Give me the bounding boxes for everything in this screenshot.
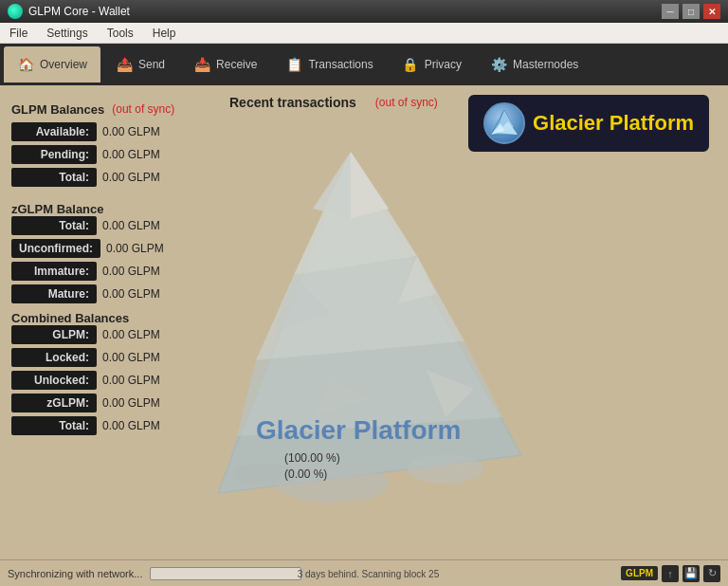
nav-send[interactable]: 📤 Send	[102, 46, 178, 82]
title-bar-left: GLPM Core - Wallet	[8, 4, 130, 19]
glpm-out-of-sync: (out of sync)	[112, 102, 174, 116]
combined-glpm-row: GLPM: 0.00 GLPM	[11, 325, 207, 344]
mature-row: Mature: 0.00 GLPM	[11, 284, 207, 303]
mature-label: Mature:	[11, 284, 97, 303]
nav-overview[interactable]: 🏠 Overview	[4, 46, 100, 82]
upload-icon[interactable]: ↑	[662, 565, 679, 582]
menu-help[interactable]: Help	[149, 25, 180, 42]
glpm-badge: GLPM	[621, 566, 658, 580]
app-icon	[8, 4, 23, 19]
recent-out-of-sync: (out of sync)	[375, 96, 438, 109]
refresh-icon[interactable]: ↻	[703, 565, 720, 582]
privacy-icon: 🔒	[402, 56, 419, 73]
zglpm-total-value: 0.00 GLPM	[102, 219, 160, 232]
combined-zglpm-row: zGLPM: 0.00 GLPM	[11, 394, 207, 412]
nav-privacy-label: Privacy	[425, 58, 462, 71]
glpm-balances-header: GLPM Balances	[11, 102, 104, 117]
available-value: 0.00 GLPM	[102, 125, 160, 138]
left-panel: GLPM Balances (out of sync) Available: 0…	[0, 85, 218, 559]
nav-send-label: Send	[138, 58, 165, 71]
immature-label: Immature:	[11, 262, 97, 281]
nav-transactions[interactable]: 📋 Transactions	[272, 46, 386, 82]
nav-receive-label: Receive	[216, 58, 257, 71]
right-panel: Recent transactions (out of sync)	[218, 85, 728, 559]
overview-icon: 🏠	[17, 56, 34, 73]
combined-total-value: 0.00 GLPM	[102, 419, 160, 432]
combined-zglpm-label: zGLPM:	[11, 394, 97, 412]
glacier-logo-icon	[483, 102, 525, 144]
combined-glpm-label: GLPM:	[11, 325, 97, 344]
status-right: GLPM ↑ 💾 ↻	[621, 565, 720, 582]
mature-value: 0.00 GLPM	[102, 287, 160, 301]
unlocked-label: Unlocked:	[11, 371, 97, 390]
nav-transactions-label: Transactions	[308, 58, 373, 71]
receive-icon: 📥	[193, 56, 210, 73]
zglpm-balance-header: zGLPM Balance	[11, 202, 104, 216]
glpm-total-value: 0.00 GLPM	[102, 171, 160, 184]
title-bar: GLPM Core - Wallet ─ □ ✕	[0, 0, 728, 23]
recent-transactions-title: Recent transactions	[229, 95, 356, 110]
menu-file[interactable]: File	[6, 25, 31, 42]
combined-zglpm-value: 0.00 GLPM	[102, 396, 160, 410]
transactions-icon: 📋	[285, 56, 302, 73]
nav-bar: 🏠 Overview 📤 Send 📥 Receive 📋 Transactio…	[0, 44, 728, 85]
locked-value: 0.00 GLPM	[102, 351, 160, 364]
pending-row: Pending: 0.00 GLPM	[11, 145, 207, 164]
unconfirmed-label: Unconfirmed:	[11, 239, 100, 258]
locked-label: Locked:	[11, 348, 97, 367]
menu-tools[interactable]: Tools	[103, 25, 137, 42]
nav-overview-label: Overview	[40, 58, 87, 71]
pending-value: 0.00 GLPM	[102, 148, 160, 161]
combined-glpm-value: 0.00 GLPM	[102, 328, 160, 341]
glpm-balances-header-row: GLPM Balances (out of sync)	[11, 95, 207, 122]
glpm-total-label: Total:	[11, 168, 97, 187]
progress-text: 3 days behind. Scanning block 25	[292, 568, 444, 578]
available-row: Available: 0.00 GLPM	[11, 122, 207, 141]
unconfirmed-row: Unconfirmed: 0.00 GLPM	[11, 239, 207, 258]
combined-balances-header: Combined Balances	[11, 311, 129, 325]
unlocked-value: 0.00 GLPM	[102, 374, 160, 387]
masternodes-icon: ⚙️	[490, 56, 507, 73]
immature-value: 0.00 GLPM	[102, 265, 160, 278]
nav-privacy[interactable]: 🔒 Privacy	[389, 46, 475, 82]
main-content: Glacier Platform GLPM Balances (out of s…	[0, 85, 728, 559]
close-button[interactable]: ✕	[703, 4, 720, 19]
nav-masternodes[interactable]: ⚙️ Masternodes	[477, 46, 592, 82]
menu-settings[interactable]: Settings	[43, 25, 91, 42]
app-title: GLPM Core - Wallet	[28, 5, 130, 18]
nav-masternodes-label: Masternodes	[513, 58, 578, 71]
window-controls: ─ □ ✕	[662, 4, 720, 19]
combined-total-row: Total: 0.00 GLPM	[11, 416, 207, 435]
immature-row: Immature: 0.00 GLPM	[11, 262, 207, 281]
unlocked-row: Unlocked: 0.00 GLPM	[11, 371, 207, 390]
unconfirmed-value: 0.00 GLPM	[106, 242, 164, 255]
status-bar: Synchronizing with network... 3 days beh…	[0, 559, 728, 586]
maximize-button[interactable]: □	[682, 4, 700, 19]
sync-text: Synchronizing with network...	[8, 568, 142, 579]
menu-bar: File Settings Tools Help	[0, 23, 728, 44]
logo-text: Glacier Platform	[533, 111, 694, 136]
combined-total-label: Total:	[11, 416, 97, 435]
zglpm-total-label: Total:	[11, 216, 97, 235]
nav-receive[interactable]: 📥 Receive	[180, 46, 270, 82]
available-label: Available:	[11, 122, 97, 141]
save-icon[interactable]: 💾	[682, 565, 700, 582]
send-icon: 📤	[116, 56, 133, 73]
logo-box: Glacier Platform	[468, 95, 709, 152]
pending-label: Pending:	[11, 145, 97, 164]
zglpm-total-row: Total: 0.00 GLPM	[11, 216, 207, 235]
minimize-button[interactable]: ─	[662, 4, 679, 19]
locked-row: Locked: 0.00 GLPM	[11, 348, 207, 367]
glpm-total-row: Total: 0.00 GLPM	[11, 168, 207, 187]
progress-bar	[150, 567, 301, 580]
